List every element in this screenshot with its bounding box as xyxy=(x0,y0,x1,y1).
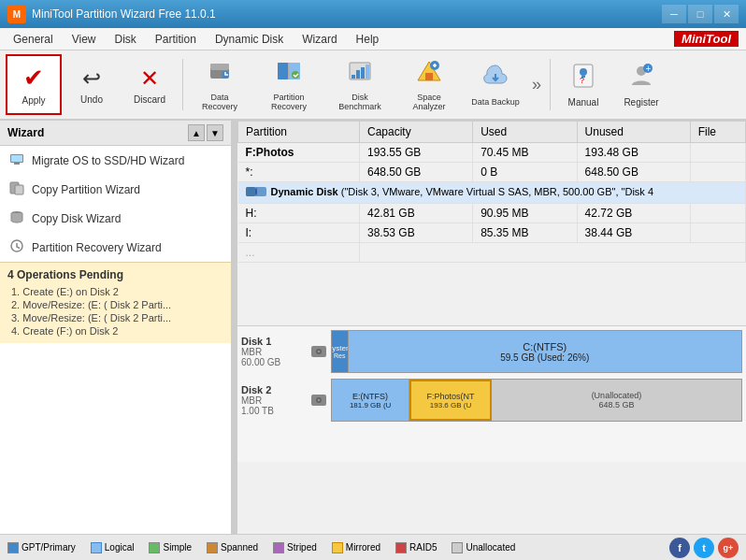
partition-used: 85.35 MB xyxy=(473,223,577,243)
partition-recovery-icon xyxy=(275,58,303,90)
legend-mirrored: Mirrored xyxy=(332,542,380,553)
sidebar-title: Wizard xyxy=(7,126,44,139)
disk-1-c-ntfs[interactable]: C:(NTFS) 59.5 GB (Used: 26%) xyxy=(349,331,741,372)
partition-name: F:Photos xyxy=(238,143,360,163)
more-button[interactable]: » xyxy=(528,75,545,94)
table-row[interactable]: *: 648.50 GB 0 B 648.50 GB xyxy=(238,163,746,182)
space-analyzer-label: Space Analyzer xyxy=(401,93,457,111)
op-item-1: 1. Create (E:) on Disk 2 xyxy=(7,285,223,298)
part-sublabel: Res xyxy=(334,352,345,359)
apply-button[interactable]: ✔ Apply xyxy=(6,54,62,115)
part-label: E:(NTFS) xyxy=(352,392,388,401)
toolbar: ✔ Apply ↩ Undo ✕ Discard Data Recovery P… xyxy=(0,50,746,121)
menu-help[interactable]: Help xyxy=(347,31,389,48)
svg-point-29 xyxy=(255,188,257,195)
disk-1-name: Disk 1 xyxy=(241,336,307,347)
legend-mirrored-label: Mirrored xyxy=(346,542,380,553)
op-item-2: 2. Move/Resize: (E: ( Disk 2 Parti... xyxy=(7,298,223,311)
disk-1-type: MBR xyxy=(241,347,307,357)
window-controls: ─ □ ✕ xyxy=(662,5,739,23)
legend-mirrored-box xyxy=(332,542,343,553)
legend-spanned: Spanned xyxy=(207,542,258,553)
svg-rect-22 xyxy=(14,163,20,165)
sidebar-item-copy-disk[interactable]: Copy Disk Wizard xyxy=(0,204,231,233)
svg-text:?: ? xyxy=(580,76,584,85)
space-analyzer-button[interactable]: Space Analyzer xyxy=(395,54,463,115)
partition-file xyxy=(690,163,745,182)
table-row[interactable]: ... xyxy=(238,243,746,263)
sidebar-up-button[interactable]: ▲ xyxy=(188,124,205,141)
manual-icon: ? xyxy=(571,63,595,94)
partition-name: I: xyxy=(238,223,360,243)
copy-disk-label: Copy Disk Wizard xyxy=(32,212,121,225)
menu-wizard[interactable]: Wizard xyxy=(293,31,346,48)
disk-2-unallocated[interactable]: (Unallocated) 648.5 GB xyxy=(492,380,741,421)
svg-rect-10 xyxy=(361,67,365,79)
partition-unused: 648.50 GB xyxy=(577,163,690,182)
maximize-button[interactable]: □ xyxy=(688,5,712,23)
col-capacity: Capacity xyxy=(360,122,473,143)
disk-2-info: Disk 2 MBR 1.00 TB xyxy=(241,384,307,416)
partition-capacity: 42.81 GB xyxy=(360,204,473,223)
disk-1-row: Disk 1 MBR 60.00 GB System Res C:(NTFS) … xyxy=(241,330,742,373)
menu-partition[interactable]: Partition xyxy=(146,31,206,48)
manual-button[interactable]: ? Manual xyxy=(555,54,611,115)
disk-2-size: 1.00 TB xyxy=(241,406,307,416)
window-title: MiniTool Partition Wizard Free 11.0.1 xyxy=(32,7,662,21)
sidebar: Wizard ▲ ▼ Migrate OS to SSD/HD Wizard C… xyxy=(0,121,232,534)
undo-button[interactable]: ↩ Undo xyxy=(64,54,120,115)
discard-button[interactable]: ✕ Discard xyxy=(122,54,178,115)
sidebar-item-migrate-os[interactable]: Migrate OS to SSD/HD Wizard xyxy=(0,146,231,175)
legend-unallocated: Unallocated xyxy=(452,542,515,553)
partition-recovery-wizard-label: Partition Recovery Wizard xyxy=(32,241,162,254)
googleplus-button[interactable]: g+ xyxy=(718,538,739,558)
col-unused: Unused xyxy=(577,122,690,143)
part-sublabel: 648.5 GB xyxy=(598,400,634,409)
minimize-button[interactable]: ─ xyxy=(662,5,686,23)
legend-logical: Logical xyxy=(91,542,135,553)
data-recovery-button[interactable]: Data Recovery xyxy=(188,54,251,115)
partition-used: 0 B xyxy=(473,163,577,182)
op-item-3: 3. Move/Resize: (E: ( Disk 2 Parti... xyxy=(7,311,223,324)
sidebar-item-copy-partition[interactable]: Copy Partition Wizard xyxy=(0,175,231,204)
close-button[interactable]: ✕ xyxy=(714,5,739,23)
sidebar-header: Wizard ▲ ▼ xyxy=(0,121,231,146)
disk-2-row: Disk 2 MBR 1.00 TB E:(NTFS) 181.9 GB (U … xyxy=(241,379,742,422)
legend-gpt-primary-label: GPT/Primary xyxy=(22,542,76,553)
twitter-button[interactable]: t xyxy=(694,538,714,558)
disk-benchmark-label: Disk Benchmark xyxy=(332,93,388,111)
menu-view[interactable]: View xyxy=(63,31,106,48)
facebook-button[interactable]: f xyxy=(669,538,690,558)
table-row[interactable]: H: 42.81 GB 90.95 MB 42.72 GB xyxy=(238,204,746,223)
sidebar-down-button[interactable]: ▼ xyxy=(207,124,223,141)
table-row[interactable]: I: 38.53 GB 85.35 MB 38.44 GB xyxy=(238,223,746,243)
legend-raid5-label: RAID5 xyxy=(409,542,437,553)
partition-capacity: 648.50 GB xyxy=(360,163,473,182)
disk-1-system-res[interactable]: System Res xyxy=(332,331,349,372)
menu-general[interactable]: General xyxy=(4,31,63,48)
part-label: System xyxy=(332,344,349,352)
part-label: (Unallocated) xyxy=(592,391,642,400)
content-area: Partition Capacity Used Unused File F:Ph… xyxy=(237,121,746,534)
menu-disk[interactable]: Disk xyxy=(106,31,146,48)
discard-icon: ✕ xyxy=(140,65,159,92)
partition-recovery-button[interactable]: Partition Recovery xyxy=(253,54,324,115)
partition-name: *: xyxy=(238,163,360,182)
table-row[interactable]: F:Photos 193.55 GB 70.45 MB 193.48 GB xyxy=(238,143,746,163)
svg-rect-24 xyxy=(15,185,23,194)
sidebar-item-partition-recovery[interactable]: Partition Recovery Wizard xyxy=(0,233,231,262)
register-button[interactable]: + Register xyxy=(613,54,669,115)
partition-table: Partition Capacity Used Unused File F:Ph… xyxy=(237,121,746,326)
disk-benchmark-button[interactable]: Disk Benchmark xyxy=(326,54,394,115)
part-label: C:(NTFS) xyxy=(523,341,567,352)
partition-capacity: 193.55 GB xyxy=(360,143,473,163)
disk-2-f-photos[interactable]: F:Photos(NT 193.6 GB (U xyxy=(409,380,492,421)
menu-dynamic-disk[interactable]: Dynamic Disk xyxy=(206,31,293,48)
data-recovery-label: Data Recovery xyxy=(194,93,246,111)
partition-used: 70.45 MB xyxy=(473,143,577,163)
disk-2-e-ntfs[interactable]: E:(NTFS) 181.9 GB (U xyxy=(332,380,409,421)
partition-name: ... xyxy=(238,243,360,263)
data-backup-button[interactable]: Data Backup xyxy=(465,54,526,115)
part-sublabel: 193.6 GB (U xyxy=(430,401,471,409)
main-layout: Wizard ▲ ▼ Migrate OS to SSD/HD Wizard C… xyxy=(0,121,746,534)
